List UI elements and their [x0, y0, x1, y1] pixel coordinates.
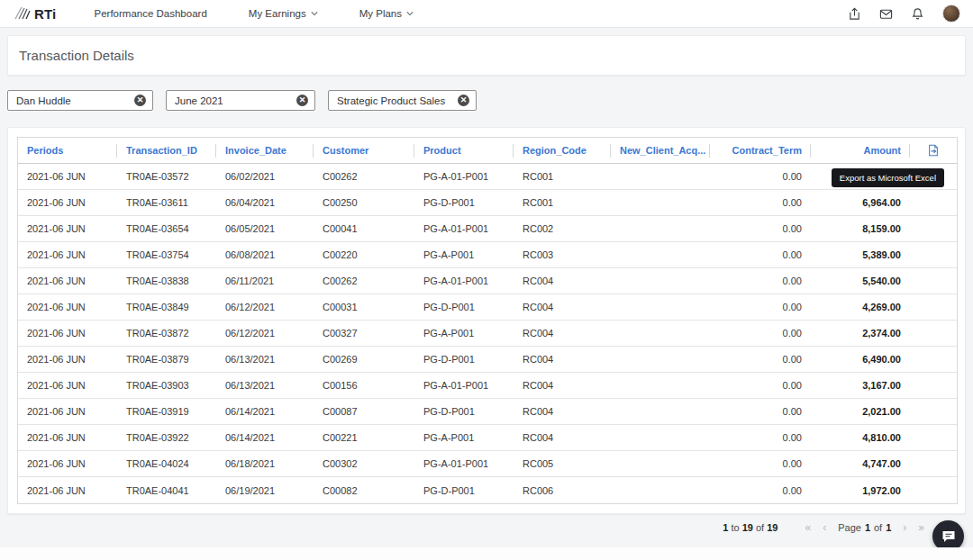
- cell-contract_term: 0.00: [710, 451, 811, 476]
- table-row[interactable]: 2021-06 JUNTR0AE-0375406/08/2021C00220PG…: [18, 242, 957, 268]
- bell-icon[interactable]: [911, 7, 924, 21]
- nav-my-earnings[interactable]: My Earnings: [249, 8, 318, 19]
- range-to-word: to: [731, 522, 739, 533]
- cell-contract_term: 0.00: [710, 425, 811, 450]
- cell-region_code: RC006: [514, 477, 611, 503]
- column-header-amount[interactable]: Amount: [811, 138, 910, 163]
- export-tooltip: Export as Microsoft Excel: [832, 168, 944, 187]
- cell-customer: C00221: [314, 425, 414, 450]
- first-page-button[interactable]: «: [805, 521, 811, 534]
- cell-product: PG-D-P001: [414, 477, 514, 503]
- nav-label: Performance Dashboard: [95, 8, 207, 19]
- table-row[interactable]: 2021-06 JUNTR0AE-0365406/05/2021C00041PG…: [18, 216, 957, 242]
- cell-periods: 2021-06 JUN: [18, 477, 117, 503]
- column-header-transaction_id[interactable]: Transaction_ID: [117, 138, 216, 163]
- cell-invoice_date: 06/14/2021: [216, 425, 314, 450]
- cell-region_code: RC001: [514, 190, 611, 215]
- cell-transaction_id: TR0AE-03754: [117, 242, 216, 267]
- cell-customer: C00262: [314, 268, 414, 294]
- table-row[interactable]: 2021-06 JUNTR0AE-0392206/14/2021C00221PG…: [18, 425, 957, 451]
- table-row[interactable]: 2021-06 JUNTR0AE-0387206/12/2021C00327PG…: [18, 321, 957, 347]
- cell-new_client_acq: [611, 164, 710, 189]
- filter-salesperson[interactable]: Dan Huddle ✕: [7, 90, 153, 111]
- cell-new_client_acq: [611, 216, 710, 241]
- share-export-icon[interactable]: [848, 7, 861, 21]
- cell-periods: 2021-06 JUN: [18, 268, 117, 294]
- cell-periods: 2021-06 JUN: [18, 216, 117, 241]
- cell-transaction_id: TR0AE-03922: [117, 425, 216, 450]
- nav-performance-dashboard[interactable]: Performance Dashboard: [95, 8, 207, 19]
- filter-bar: Dan Huddle ✕ June 2021 ✕ Strategic Produ…: [7, 90, 966, 111]
- cell-transaction_id: TR0AE-03654: [117, 216, 216, 241]
- filter-period[interactable]: June 2021 ✕: [166, 90, 315, 111]
- navbar-actions: [848, 5, 960, 23]
- cell-product: PG-A-01-P001: [414, 451, 514, 476]
- page-word: Page: [838, 522, 861, 533]
- column-header-periods[interactable]: Periods: [18, 138, 117, 163]
- column-header-region_code[interactable]: Region_Code: [514, 138, 611, 163]
- table-row[interactable]: 2021-06 JUNTR0AE-0390306/13/2021C00156PG…: [18, 373, 957, 399]
- cell-contract_term: 0.00: [710, 294, 811, 320]
- table-row[interactable]: 2021-06 JUNTR0AE-0384906/12/2021C00031PG…: [18, 294, 957, 321]
- cell-contract_term: 0.00: [710, 216, 811, 241]
- mail-icon[interactable]: [879, 7, 893, 21]
- cell-amount: 8,159.00: [811, 216, 910, 241]
- cell-transaction_id: TR0AE-03872: [117, 321, 216, 346]
- cell-new_client_acq: [611, 399, 710, 424]
- last-page-button[interactable]: »: [918, 521, 924, 534]
- table-row[interactable]: 2021-06 JUNTR0AE-0404106/19/2021C00082PG…: [18, 477, 957, 503]
- column-header-invoice_date[interactable]: Invoice_Date: [216, 138, 314, 163]
- page-indicator: Page 1 of 1: [838, 522, 891, 533]
- cell-amount: 6,490.00: [811, 347, 910, 372]
- cell-new_client_acq: [611, 425, 710, 450]
- transactions-table-card: PeriodsTransaction_IDInvoice_DateCustome…: [7, 127, 966, 514]
- row-trailing-spacer: [910, 347, 957, 372]
- cell-amount: 2,021.00: [811, 399, 910, 424]
- cell-invoice_date: 06/18/2021: [216, 451, 314, 476]
- cell-amount: 6,964.00: [811, 190, 910, 215]
- row-trailing-spacer: [910, 242, 957, 267]
- user-avatar[interactable]: [942, 5, 960, 23]
- cell-product: PG-D-P001: [414, 399, 514, 424]
- cell-product: PG-A-01-P001: [414, 268, 514, 294]
- table-row[interactable]: 2021-06 JUNTR0AE-0357206/02/2021C00262PG…: [18, 164, 957, 190]
- title-card: Transaction Details: [7, 35, 966, 76]
- cell-contract_term: 0.00: [710, 164, 811, 189]
- column-header-customer[interactable]: Customer: [314, 138, 414, 163]
- table-row[interactable]: 2021-06 JUNTR0AE-0402406/18/2021C00302PG…: [18, 451, 957, 477]
- column-header-product[interactable]: Product: [414, 138, 514, 163]
- filter-plan[interactable]: Strategic Product Sales ✕: [328, 90, 477, 111]
- cell-customer: C00082: [314, 477, 414, 503]
- column-header-new_client_acq[interactable]: New_Client_Acq...: [611, 138, 710, 163]
- filter-value: June 2021: [175, 95, 223, 106]
- cell-product: PG-A-01-P001: [414, 373, 514, 398]
- rti-logo[interactable]: RTi: [13, 5, 57, 22]
- cell-customer: C00262: [314, 164, 414, 189]
- cell-region_code: RC002: [514, 216, 611, 241]
- cell-region_code: RC004: [514, 321, 611, 346]
- cell-invoice_date: 06/13/2021: [216, 347, 314, 372]
- cell-customer: C00031: [314, 294, 414, 320]
- column-header-contract_term[interactable]: Contract_Term: [710, 138, 811, 163]
- row-trailing-spacer: [910, 190, 957, 215]
- cell-amount: 4,810.00: [811, 425, 910, 450]
- table-row[interactable]: 2021-06 JUNTR0AE-0391906/14/2021C00087PG…: [18, 399, 957, 425]
- prev-page-button[interactable]: ‹: [823, 521, 826, 534]
- cell-transaction_id: TR0AE-03572: [117, 164, 216, 189]
- export-excel-button[interactable]: [910, 138, 957, 163]
- clear-filter-icon[interactable]: ✕: [134, 95, 146, 106]
- table-row[interactable]: 2021-06 JUNTR0AE-0387906/13/2021C00269PG…: [18, 347, 957, 373]
- cell-periods: 2021-06 JUN: [18, 242, 117, 267]
- table-row[interactable]: 2021-06 JUNTR0AE-0383806/11/2021C00262PG…: [18, 268, 957, 294]
- clear-filter-icon[interactable]: ✕: [296, 95, 308, 106]
- nav-my-plans[interactable]: My Plans: [359, 8, 414, 19]
- table-row[interactable]: 2021-06 JUNTR0AE-0361106/04/2021C00250PG…: [18, 190, 957, 216]
- top-navbar: RTi Performance Dashboard My Earnings My…: [0, 0, 973, 28]
- cell-invoice_date: 06/12/2021: [216, 321, 314, 346]
- cell-customer: C00302: [314, 451, 414, 476]
- cell-periods: 2021-06 JUN: [18, 164, 117, 189]
- row-trailing-spacer: [910, 425, 957, 450]
- cell-amount: 5,389.00: [811, 242, 910, 267]
- next-page-button[interactable]: ›: [903, 521, 906, 534]
- clear-filter-icon[interactable]: ✕: [458, 95, 469, 106]
